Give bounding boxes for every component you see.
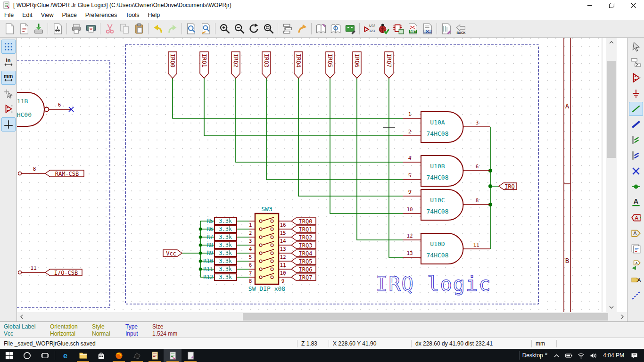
zoom-in-button[interactable] <box>217 22 232 36</box>
new-schematic-button[interactable] <box>2 22 17 36</box>
zoom-out-button[interactable] <box>232 22 247 36</box>
vertical-scrollbar[interactable] <box>606 38 617 312</box>
gate-u10a[interactable]: U10A 74HC08 <box>421 112 463 142</box>
units-mm-button[interactable]: mm <box>1 71 16 85</box>
no-connect-tool-button[interactable] <box>629 164 643 178</box>
task-view-button[interactable] <box>36 349 54 362</box>
scroll-down-arrow[interactable] <box>607 304 616 311</box>
horizontal-scrollbar-thumb[interactable] <box>243 313 608 321</box>
menu-help[interactable]: Help <box>143 11 164 19</box>
leave-sheet-button[interactable] <box>295 22 309 36</box>
highlight-net-tool-button[interactable] <box>629 55 643 69</box>
library-editor-button[interactable] <box>314 22 328 36</box>
generate-netlist-button[interactable]: NET <box>405 22 420 36</box>
clock[interactable]: 4:04 PM <box>603 352 624 359</box>
horizontal-scrollbar[interactable] <box>17 312 627 321</box>
hv-wires-toggle-button[interactable] <box>1 117 16 132</box>
open-schematic-button[interactable] <box>17 22 31 36</box>
menu-place[interactable]: Place <box>58 11 81 19</box>
plot-button[interactable] <box>83 22 98 36</box>
place-power-port-tool-button[interactable] <box>629 86 643 100</box>
erc-check-button[interactable] <box>376 22 391 36</box>
bus-to-bus-entry-tool-button[interactable] <box>629 148 643 163</box>
bus-icon <box>631 119 641 130</box>
document-app-button[interactable] <box>182 349 199 362</box>
kicad-project-button[interactable] <box>146 349 164 362</box>
place-sheet-pin-tool-button[interactable]: A <box>629 273 643 287</box>
menu-edit[interactable]: Edit <box>18 11 37 19</box>
copy-button[interactable] <box>117 22 132 36</box>
action-center-button[interactable] <box>628 349 640 362</box>
place-net-label-tool-button[interactable]: A <box>629 195 643 209</box>
vertical-scrollbar-thumb[interactable] <box>607 61 616 158</box>
place-graphic-line-tool-button[interactable] <box>629 288 643 303</box>
wifi-tray-icon[interactable] <box>575 349 587 362</box>
assign-footprints-button[interactable] <box>391 22 405 36</box>
menu-preferences[interactable]: Preferences <box>81 11 121 19</box>
scroll-right-arrow[interactable] <box>618 313 627 321</box>
gate-u10d[interactable]: U10D 74HC08 <box>421 233 463 264</box>
select-tool-button[interactable] <box>629 40 643 54</box>
battery-tray-icon[interactable] <box>562 349 575 362</box>
cursor-shape-toggle-button[interactable] <box>1 86 16 100</box>
cortana-button[interactable] <box>18 349 36 362</box>
schematic-canvas[interactable]: A B IRQ0 IRQ1 IRQ2 IRQ3 IRQ <box>17 38 617 312</box>
grid-toggle-button[interactable] <box>1 40 16 54</box>
eeschema-taskbar-button[interactable] <box>164 349 182 362</box>
menu-file[interactable]: File <box>0 11 18 19</box>
file-explorer-button[interactable] <box>74 349 92 362</box>
undo-button[interactable] <box>150 22 165 36</box>
paste-button[interactable] <box>132 22 146 36</box>
footprint-editor-button[interactable] <box>343 22 357 36</box>
place-sheet-tool-button[interactable] <box>629 242 643 256</box>
menu-tools[interactable]: Tools <box>121 11 143 19</box>
place-hierarchical-label-tool-button[interactable]: A <box>629 226 643 240</box>
units-inch-button[interactable]: In <box>1 55 16 69</box>
place-junction-tool-button[interactable] <box>629 180 643 194</box>
find-replace-button[interactable] <box>198 22 213 36</box>
store-button[interactable] <box>92 349 110 362</box>
annotate-schematic-button[interactable]: U?A123 <box>362 22 376 36</box>
bus-bus-entry-icon <box>631 150 641 161</box>
import-sheet-pin-tool-button[interactable]: A <box>629 257 643 272</box>
gate-u10b[interactable]: U10B 74HC08 <box>421 156 463 186</box>
firefox-button[interactable] <box>110 349 128 362</box>
place-symbol-tool-button[interactable] <box>629 71 643 85</box>
start-button[interactable] <box>0 349 18 362</box>
wire-to-bus-entry-tool-button[interactable] <box>629 133 643 147</box>
run-pcbnew-button[interactable] <box>439 22 454 36</box>
menu-view[interactable]: View <box>37 11 58 19</box>
redo-button[interactable] <box>165 22 180 36</box>
svg-text:7: 7 <box>249 270 252 276</box>
find-button[interactable] <box>184 22 198 36</box>
irq-logic-graphic-text[interactable]: IRQ logic <box>376 272 492 296</box>
zoom-redraw-button[interactable] <box>247 22 261 36</box>
overflow-chevron[interactable]: » <box>545 351 548 356</box>
show-desktop-label[interactable]: Desktop <box>522 352 543 359</box>
volume-tray-icon[interactable] <box>587 349 599 362</box>
place-wire-tool-button[interactable] <box>629 102 643 116</box>
place-global-label-tool-button[interactable]: A <box>629 211 643 225</box>
minimize-button[interactable] <box>579 0 601 10</box>
zoom-fit-button[interactable] <box>261 22 276 36</box>
hierarchy-navigator-button[interactable] <box>280 22 295 36</box>
edge-button[interactable]: e <box>56 349 74 362</box>
cut-button[interactable] <box>102 22 117 36</box>
save-button[interactable] <box>31 22 46 36</box>
generate-bom-button[interactable]: BOM <box>420 22 435 36</box>
library-browser-button[interactable] <box>328 22 343 36</box>
library-browser-icon <box>330 23 341 34</box>
svg-text:14: 14 <box>280 238 286 244</box>
gate-u10c[interactable]: U10C 74HC08 <box>421 189 463 220</box>
back-import-button[interactable]: BACK <box>454 22 468 36</box>
show-hidden-icons-button[interactable] <box>550 349 562 362</box>
scroll-left-arrow[interactable] <box>17 313 26 321</box>
hidden-pins-toggle-button[interactable] <box>1 102 16 116</box>
scroll-up-arrow[interactable] <box>607 39 616 46</box>
print-button[interactable] <box>69 22 83 36</box>
sheet-settings-button[interactable] <box>50 22 65 36</box>
pcbnew-app-button[interactable] <box>128 349 146 362</box>
place-bus-tool-button[interactable] <box>629 117 643 132</box>
close-button[interactable] <box>622 0 644 10</box>
restore-button[interactable] <box>601 0 622 10</box>
